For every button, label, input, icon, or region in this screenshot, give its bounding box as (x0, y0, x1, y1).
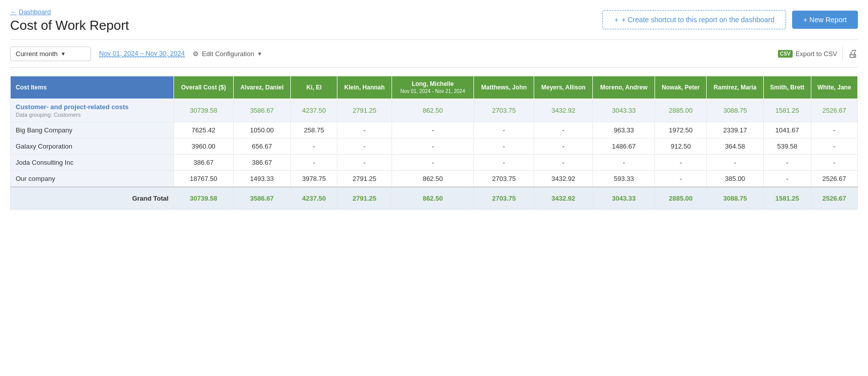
galaxy-ramirez: 364.58 (707, 138, 764, 155)
col-header-nowak: Nowak, Peter (655, 76, 707, 99)
section-ki: 4237.50 (291, 99, 337, 122)
joda-white: - (811, 155, 857, 171)
new-report-button[interactable]: + New Report (792, 11, 858, 29)
col-header-smith: Smith, Brett (764, 76, 811, 99)
table-row: Joda Consulting Inc 386.67 386.67 - - - … (11, 155, 858, 171)
col-header-moreno: Moreno, Andrew (593, 76, 655, 99)
section-ramirez: 3088.75 (707, 99, 764, 122)
joda-long: - (392, 155, 474, 171)
create-shortcut-button[interactable]: + + Create shortcut to this report on th… (602, 10, 786, 29)
bigbang-alvarez: 1050.00 (233, 122, 291, 138)
joda-klein: - (337, 155, 392, 171)
col-header-ki: Ki, El (291, 76, 337, 99)
bigbang-meyers: - (534, 122, 593, 138)
dashboard-link-label: Dashboard (19, 8, 51, 16)
col-header-alvarez: Alvarez, Daniel (233, 76, 291, 99)
bigbang-moreno: 963.33 (593, 122, 655, 138)
table-row: Our company 18767.50 1493.33 3978.75 279… (11, 171, 858, 187)
toolbar: Current month ▼ Nov 01, 2024 – Nov 30, 2… (10, 39, 858, 68)
galaxy-matthews: - (474, 138, 534, 155)
galaxy-white: - (811, 138, 857, 155)
section-alvarez: 3586.67 (233, 99, 291, 122)
col-header-white: White, Jane (811, 76, 857, 99)
col-header-meyers: Meyers, Allison (534, 76, 593, 99)
date-range[interactable]: Nov 01, 2024 – Nov 30, 2024 (99, 50, 185, 58)
grandtotal-ki: 4237.50 (291, 187, 337, 210)
report-table-wrapper: Cost Items Overall Cost ($) Alvarez, Dan… (10, 76, 858, 210)
ourcompany-moreno: 593.33 (593, 171, 655, 187)
joda-ramirez: - (707, 155, 764, 171)
print-icon: 🖨 (848, 48, 858, 59)
grandtotal-long: 862.50 (392, 187, 474, 210)
galaxy-alvarez: 656.67 (233, 138, 291, 155)
ourcompany-white: 2526.67 (811, 171, 857, 187)
galaxy-overall: 3960.00 (174, 138, 233, 155)
export-csv-button[interactable]: CSV Export to CSV (778, 50, 837, 58)
edit-config-button[interactable]: ⚙ Edit Configuration ▼ (193, 50, 262, 58)
row-label-galaxy: Galaxy Corporation (11, 138, 174, 155)
section-smith: 1581.25 (764, 99, 811, 122)
print-button[interactable]: 🖨 (848, 48, 858, 60)
grandtotal-nowak: 2885.00 (655, 187, 707, 210)
month-select-value: Current month (16, 50, 58, 58)
ourcompany-matthews: 2703.75 (474, 171, 534, 187)
galaxy-nowak: 912.50 (655, 138, 707, 155)
ourcompany-overall: 18767.50 (174, 171, 233, 187)
bigbang-white: - (811, 122, 857, 138)
chevron-down-icon: ▼ (61, 51, 66, 57)
grandtotal-white: 2526.67 (811, 187, 857, 210)
grandtotal-alvarez: 3586.67 (233, 187, 291, 210)
section-subtitle: Data grouping: Customers (16, 112, 170, 118)
grandtotal-matthews: 2703.75 (474, 187, 534, 210)
back-to-dashboard[interactable]: ← Dashboard (10, 8, 129, 16)
galaxy-smith: 539.58 (764, 138, 811, 155)
galaxy-ki: - (291, 138, 337, 155)
edit-config-label: Edit Configuration (202, 50, 254, 58)
table-row: Big Bang Company 7625.42 1050.00 258.75 … (11, 122, 858, 138)
month-select[interactable]: Current month ▼ (10, 46, 91, 61)
report-table: Cost Items Overall Cost ($) Alvarez, Dan… (10, 76, 858, 210)
section-matthews: 2703.75 (474, 99, 534, 122)
joda-alvarez: 386.67 (233, 155, 291, 171)
galaxy-meyers: - (534, 138, 593, 155)
bigbang-long: - (392, 122, 474, 138)
ourcompany-ki: 3978.75 (291, 171, 337, 187)
ourcompany-ramirez: 385.00 (707, 171, 764, 187)
bigbang-matthews: - (474, 122, 534, 138)
joda-moreno: - (593, 155, 655, 171)
shortcut-btn-label: + Create shortcut to this report on the … (622, 16, 774, 24)
row-label-ourcompany: Our company (11, 171, 174, 187)
chevron-down-icon-2: ▼ (257, 51, 262, 57)
bigbang-ramirez: 2339.17 (707, 122, 764, 138)
grandtotal-klein: 2791.25 (337, 187, 392, 210)
ourcompany-alvarez: 1493.33 (233, 171, 291, 187)
col-header-klein: Klein, Hannah (337, 76, 392, 99)
section-moreno: 3043.33 (593, 99, 655, 122)
col-header-long: Long, Michelle Nov 01, 2024 - Nov 21, 20… (392, 76, 474, 99)
separator (842, 46, 843, 61)
galaxy-klein: - (337, 138, 392, 155)
ourcompany-klein: 2791.25 (337, 171, 392, 187)
back-arrow-icon: ← (10, 8, 17, 16)
col-header-cost-items: Cost Items (11, 76, 174, 99)
joda-ki: - (291, 155, 337, 171)
section-white: 2526.67 (811, 99, 857, 122)
bigbang-overall: 7625.42 (174, 122, 233, 138)
grand-total-row: Grand Total 30739.58 3586.67 4237.50 279… (11, 187, 858, 210)
section-klein: 2791.25 (337, 99, 392, 122)
grandtotal-smith: 1581.25 (764, 187, 811, 210)
bigbang-klein: - (337, 122, 392, 138)
galaxy-long: - (392, 138, 474, 155)
grandtotal-meyers: 3432.92 (534, 187, 593, 210)
joda-overall: 386.67 (174, 155, 233, 171)
joda-matthews: - (474, 155, 534, 171)
joda-meyers: - (534, 155, 593, 171)
section-long: 862.50 (392, 99, 474, 122)
section-overall-cost: 30739.58 (174, 99, 233, 122)
bigbang-smith: 1041.67 (764, 122, 811, 138)
bigbang-ki: 258.75 (291, 122, 337, 138)
ourcompany-nowak: - (655, 171, 707, 187)
gear-icon: ⚙ (193, 50, 199, 58)
page-title: Cost of Work Report (10, 18, 129, 33)
row-label-joda: Joda Consulting Inc (11, 155, 174, 171)
